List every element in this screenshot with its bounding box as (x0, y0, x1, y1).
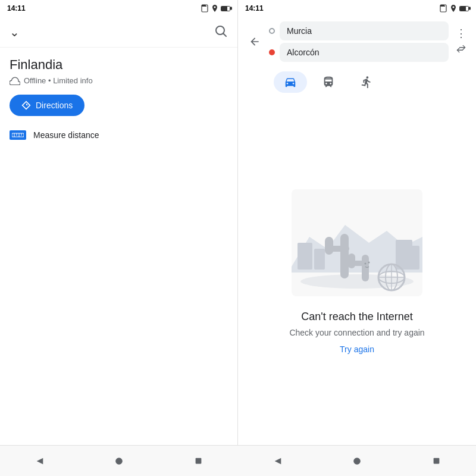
right-location-icon (450, 4, 457, 12)
home-nav-button-right[interactable] (345, 449, 369, 473)
home-circle-left (115, 457, 123, 465)
home-circle-right (353, 457, 361, 465)
swap-icon (456, 43, 466, 54)
right-time: 14:11 (245, 4, 264, 12)
no-internet-subtitle: Check your connection and try again (289, 328, 424, 337)
walk-icon (360, 76, 373, 89)
left-status-icons (201, 4, 230, 12)
chevron-down-icon[interactable]: ⌄ (10, 25, 20, 39)
svg-rect-22 (340, 234, 349, 278)
desert-illustration (292, 189, 422, 296)
place-name: Finlandia (10, 57, 228, 73)
left-status-bar: 14:11 (0, 0, 237, 17)
directions-button[interactable]: Directions (10, 95, 84, 116)
right-battery-icon (459, 6, 469, 11)
svg-point-14 (453, 7, 455, 8)
svg-rect-25 (362, 255, 369, 281)
ruler-icon (10, 130, 26, 140)
svg-rect-24 (325, 237, 333, 255)
svg-point-29 (368, 261, 370, 263)
offline-text: Offline • Limited info (24, 76, 93, 85)
right-status-icons (439, 4, 469, 12)
back-nav-button-left[interactable] (28, 449, 52, 473)
more-options-button[interactable]: ⋮ (453, 26, 469, 41)
back-triangle-right (273, 456, 283, 466)
bottom-navigation (0, 445, 476, 476)
location-status-icon (211, 4, 218, 12)
back-button[interactable] (245, 32, 264, 51)
destination-input[interactable] (280, 43, 449, 62)
cloud-icon (10, 77, 20, 85)
right-panel: 14:11 (238, 0, 476, 445)
svg-rect-20 (408, 246, 419, 270)
tab-driving[interactable] (274, 71, 307, 93)
svg-rect-27 (348, 253, 355, 268)
try-again-button[interactable]: Try again (340, 345, 374, 354)
car-icon (284, 76, 297, 89)
right-sim-icon (439, 4, 447, 12)
svg-point-39 (353, 458, 361, 465)
swap-button[interactable] (455, 42, 468, 58)
recents-square-left (195, 457, 202, 465)
battery-icon (221, 6, 230, 11)
svg-rect-40 (433, 458, 439, 464)
destination-dot (269, 49, 275, 55)
directions-icon (21, 101, 31, 110)
tab-transit[interactable] (312, 71, 345, 93)
no-internet-title: Can't reach the Internet (301, 311, 413, 323)
recents-square-right (433, 457, 440, 465)
right-status-bar: 14:11 (238, 0, 476, 17)
right-bottom-nav (238, 446, 476, 476)
svg-line-4 (224, 33, 227, 36)
svg-rect-37 (195, 458, 201, 464)
origin-dot (269, 28, 275, 34)
svg-rect-18 (314, 249, 325, 270)
svg-marker-35 (36, 458, 43, 464)
tab-walking[interactable] (350, 71, 383, 93)
svg-point-36 (115, 458, 123, 465)
svg-rect-17 (298, 243, 312, 270)
directions-header: ⋮ (238, 17, 476, 67)
left-time: 14:11 (7, 4, 26, 12)
svg-rect-7 (12, 133, 24, 137)
back-triangle-left (35, 456, 45, 466)
back-nav-button-right[interactable] (266, 449, 290, 473)
offline-status: Offline • Limited info (10, 76, 228, 85)
recents-nav-button-left[interactable] (186, 449, 210, 473)
left-panel: 14:11 ⌄ (0, 0, 238, 445)
svg-point-28 (365, 262, 367, 264)
home-nav-button-left[interactable] (107, 449, 131, 473)
transport-tabs (238, 67, 476, 98)
back-arrow-icon (249, 36, 261, 48)
origin-input[interactable] (280, 21, 449, 40)
search-icon[interactable] (214, 24, 228, 40)
svg-marker-38 (274, 458, 281, 464)
no-internet-area: Can't reach the Internet Check your conn… (238, 98, 476, 445)
sim-icon (201, 4, 209, 12)
transit-icon (322, 76, 335, 89)
measure-label: Measure distance (33, 130, 99, 140)
measure-distance-row[interactable]: Measure distance (10, 126, 228, 145)
recents-nav-button-right[interactable] (424, 449, 448, 473)
left-content: Finlandia Offline • Limited info (0, 48, 237, 445)
left-bottom-nav (0, 446, 238, 476)
svg-point-2 (214, 7, 216, 8)
left-toolbar: ⌄ (0, 17, 237, 48)
